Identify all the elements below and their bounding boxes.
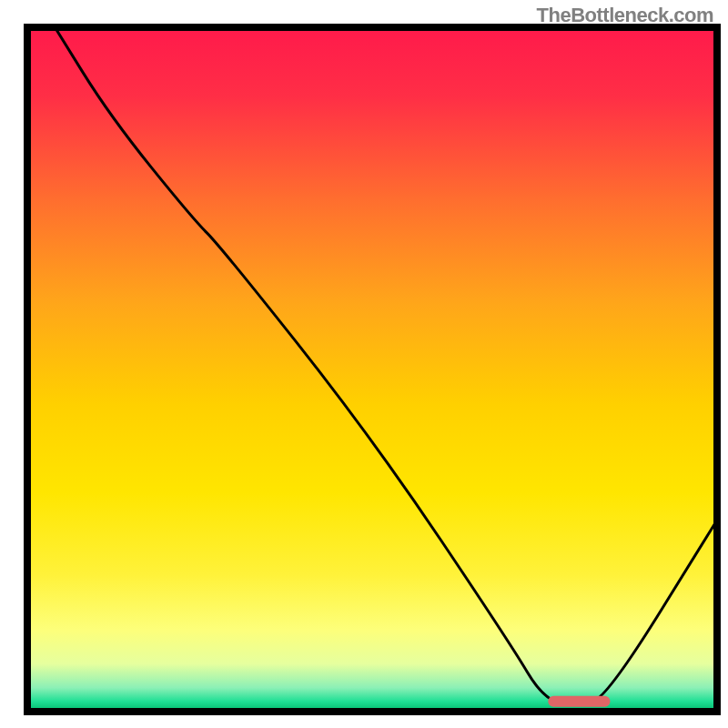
- watermark-text: TheBottleneck.com: [537, 4, 713, 27]
- optimal-range-marker: [548, 696, 610, 707]
- heat-gradient-background: [27, 27, 717, 712]
- bottleneck-chart: TheBottleneck.com: [0, 0, 728, 728]
- chart-svg: [0, 0, 728, 728]
